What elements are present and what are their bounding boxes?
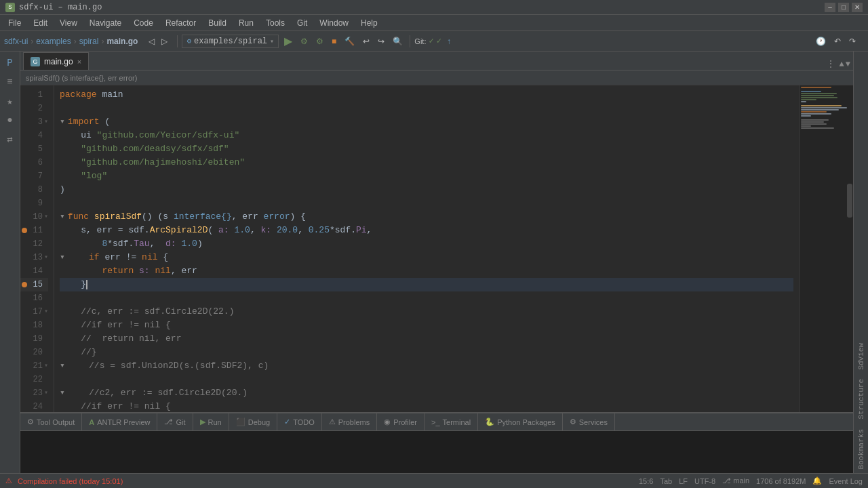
run-label: Run [208,418,222,426]
breadcrumb-root[interactable]: sdfx-ui [4,37,28,46]
expand-button[interactable]: ▼ [846,60,850,69]
git-label: Git: [414,37,426,45]
menu-view[interactable]: View [54,17,83,29]
event-log-label[interactable]: Event Log [829,477,863,485]
nav-forward[interactable]: ↪ [375,35,387,47]
line-num-13: 13▾ [20,251,48,264]
minimap-scrollbar[interactable] [847,184,852,218]
bottom-tab-tool-output[interactable]: ⚙ Tool Output [20,413,82,431]
run-config-selector[interactable]: ⚙ examples/spiral ▾ [182,35,279,48]
line-num-10: 10▾ [20,210,48,224]
menu-help[interactable]: Help [355,17,383,29]
collapse-button[interactable]: ▲ [840,60,844,69]
bottom-tab-todo[interactable]: ✓ TODO [277,413,322,431]
code-line-23: ▾ //c2, err := sdf.Circle2D(20.) [60,386,793,400]
cursor-position[interactable]: 15:6 [639,477,653,485]
code-breadcrumb: spiralSdf() (s interface{}, err error) [20,70,853,85]
nav-back[interactable]: ↩ [360,35,372,47]
line-num-23: 23▾ [20,386,48,400]
charset-label: UTF-8 [694,477,715,485]
menu-refactor[interactable]: Refactor [160,17,201,29]
bottom-tab-terminal[interactable]: >_ Terminal [425,413,478,431]
menu-build[interactable]: Build [203,17,232,29]
coverage-button[interactable]: ⚙ [313,35,326,47]
forward-button[interactable]: ▷ [159,35,170,47]
line-num-7: 7 [20,169,48,183]
status-right: 15:6 Tab LF UTF-8 ⎇ main 1706 of 8192M 🔔… [639,476,863,485]
code-line-22 [60,373,793,386]
right-sidebar: SdView Structure Bookmarks [853,52,868,473]
code-line-18: //if err != nil { [60,319,793,332]
tab-close-button[interactable]: × [77,58,81,66]
menu-navigate[interactable]: Navigate [84,17,127,29]
menu-edit[interactable]: Edit [28,17,53,29]
history-button[interactable]: 🕐 [813,35,829,47]
git-icon: ⎇ [164,418,173,426]
undo-button[interactable]: ↶ [831,35,844,47]
bottom-tab-antlr[interactable]: A ANTLR Preview [82,413,157,431]
status-bar: ⚠ Compilation failed (today 15:01) 15:6 … [0,473,868,488]
sidebar-icon-commit[interactable]: ● [1,111,19,129]
right-sidebar-sdview[interactable]: SdView [856,339,867,374]
minimap-line [801,99,816,100]
line-num-15: 15 [20,278,48,291]
build-button[interactable]: 🔨 [342,35,357,47]
line-num-16: 16 [20,291,48,305]
indent-label[interactable]: Tab [660,477,672,485]
back-button[interactable]: ◁ [146,35,157,47]
window-controls[interactable]: – □ ✕ [825,3,863,12]
debug-run-button[interactable]: ⚙ [298,35,311,47]
bottom-tab-services[interactable]: ⚙ Services [563,413,615,431]
git-check-2: ✓ [437,36,441,46]
sidebar-icon-structure[interactable]: ≡ [1,73,19,91]
tool-output-icon: ⚙ [27,418,34,426]
breadcrumb-file[interactable]: main.go [106,37,138,46]
code-editor[interactable]: 1 2 3▾ 4 5 6 7 8 9 10▾ 11 12 13▾ 14 15 1… [20,85,853,412]
right-sidebar-structure[interactable]: Structure [856,375,867,423]
redo-button[interactable]: ↷ [846,35,859,47]
menu-tools[interactable]: Tools [260,17,290,29]
bottom-content [20,431,853,473]
menu-window[interactable]: Window [314,17,354,29]
tab-more-button[interactable]: ⋮ [826,58,835,70]
bottom-tab-problems[interactable]: ⚠ Problems [322,413,377,431]
run-button[interactable]: ▶ [281,33,295,49]
run-icon: ▶ [200,418,205,426]
editor-tab-main-go[interactable]: G main.go × [23,52,89,70]
search-button[interactable]: 🔍 [390,35,406,47]
line-num-2: 2 [20,102,48,115]
code-line-7: "log" [60,169,793,183]
compile-error-text[interactable]: Compilation failed (today 15:01) [18,477,123,485]
run-config-label: examples/spiral [194,37,267,46]
minimap-line [801,109,839,110]
code-area[interactable]: package main ▾import ( ui "github.com/Ye… [54,85,799,412]
bottom-tab-debug[interactable]: ⬛ Debug [229,413,277,431]
bottom-tab-profiler[interactable]: ◉ Profiler [377,413,425,431]
bottom-tab-git[interactable]: ⎇ Git [157,413,193,431]
close-button[interactable]: ✕ [852,3,863,12]
line-num-1: 1 [20,88,48,102]
menu-file[interactable]: File [3,17,26,29]
bottom-tab-run[interactable]: ▶ Run [193,413,229,431]
sidebar-icon-bookmarks[interactable]: ★ [1,92,19,110]
menu-code[interactable]: Code [128,17,159,29]
title-bar-left: S sdfx-ui – main.go [5,3,102,12]
code-line-16 [60,291,793,305]
maximize-button[interactable]: □ [838,3,849,12]
code-line-19: // return nil, err [60,332,793,346]
text-cursor [86,280,87,289]
breadcrumb-spiral[interactable]: spiral [79,37,99,46]
minimap-line [801,101,806,102]
breadcrumb-examples[interactable]: examples [36,37,71,46]
sidebar-icon-pull-requests[interactable]: ⇄ [1,130,19,148]
right-sidebar-bookmarks[interactable]: Bookmarks [856,425,867,473]
bottom-tab-python-packages[interactable]: 🐍 Python Packages [478,413,563,431]
menu-run[interactable]: Run [233,17,259,29]
git-push-button[interactable]: ↑ [444,35,454,47]
sidebar-icon-project[interactable]: P [1,54,19,72]
minimap-line [801,107,847,108]
menu-git[interactable]: Git [292,17,313,29]
stop-button[interactable]: ■ [329,35,339,47]
code-line-12: 8*sdf.Tau, d: 1.0) [60,237,793,251]
minimize-button[interactable]: – [825,3,835,12]
